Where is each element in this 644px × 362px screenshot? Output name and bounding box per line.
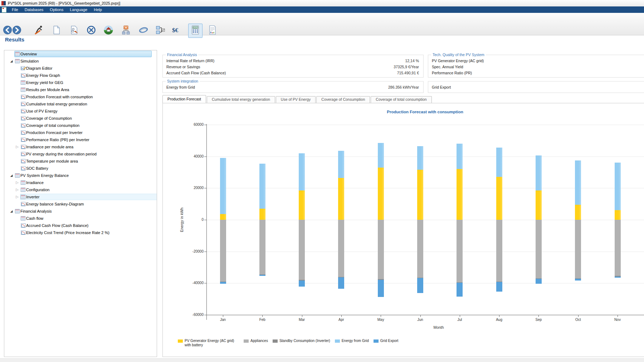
- system-diagram-button[interactable]: [120, 25, 132, 36]
- y-tick: [204, 315, 206, 315]
- bar-Jul-grid-export: [457, 283, 463, 297]
- menu-language[interactable]: Language: [67, 6, 91, 13]
- cable-loop-button[interactable]: [138, 25, 149, 36]
- tree-item-temperature-per-module-area[interactable]: Temperature per module area: [4, 158, 157, 164]
- menu-file[interactable]: File: [9, 6, 21, 13]
- bar-Jul-pv-generator-energy-ac-grid-with-battery: [457, 169, 463, 220]
- tab-production-forecast[interactable]: Production Forecast: [162, 95, 206, 103]
- tree-item-label: Results per Module Area: [26, 86, 69, 93]
- tree-item-accrued-cash-flow-cash-balance[interactable]: Accrued Cash Flow (Cash Balance): [4, 222, 157, 229]
- table-icon: [15, 59, 20, 64]
- simulation-button[interactable]: 5234: [188, 24, 203, 38]
- menu-options[interactable]: Options: [47, 6, 67, 13]
- chart-plot-area: 6000040000200000-20000-40000-60000JanFeb…: [206, 125, 644, 315]
- y-tick: [204, 188, 206, 188]
- report-button[interactable]: [207, 25, 218, 36]
- bar-Mar-appliances: [299, 220, 305, 280]
- tab-coverage-of-consumption[interactable]: Coverage of Consumption: [316, 96, 370, 103]
- bar-Jul-appliances: [457, 220, 463, 282]
- bar-Jan-grid-export: [220, 282, 226, 283]
- x-tick: [262, 315, 263, 317]
- tree-item-financial-analysis[interactable]: ◢Financial Analysis: [4, 208, 157, 214]
- x-tick: [460, 315, 460, 317]
- tree-item-production-forecast-with-consumption[interactable]: Production Forecast with consumption: [4, 94, 157, 100]
- tree-item-label: Energy balance Sankey-Diagram: [26, 201, 84, 207]
- bar-Mar-grid-export: [299, 281, 305, 287]
- tree-item-coverage-of-consumption[interactable]: Coverage of Consumption: [4, 115, 157, 122]
- legend-swatch: [178, 339, 183, 343]
- tech-quality-groupbox: Tech. Quality of the PV System PV Genera…: [428, 55, 644, 78]
- expander-collapsed-icon[interactable]: ▷: [15, 187, 19, 193]
- tree-item-results-per-module-area[interactable]: Results per Module Area: [4, 86, 157, 93]
- tree-item-label: Temperature per module area: [26, 158, 78, 164]
- tree-item-pv-system-energy-balance[interactable]: ◢PV System Energy Balance: [4, 172, 157, 179]
- y-tick-label: 40000: [186, 154, 204, 158]
- project-options-button[interactable]: [68, 25, 80, 36]
- tree-item-simulation[interactable]: ◢Simulation: [4, 58, 157, 64]
- menu-databases[interactable]: Databases: [21, 6, 47, 13]
- chart-editor-icon: [21, 66, 26, 71]
- tree-item-cumulative-total-energy-generation[interactable]: Cumulative total energy generation: [4, 101, 157, 107]
- bar-May-energy-from-grid: [378, 143, 384, 168]
- chart-icon: [21, 144, 26, 149]
- tree-item-performance-ratio-pr-per-inverter[interactable]: Performance Ratio (PR) per Inverter: [4, 137, 157, 143]
- tree-item-energy-flow-graph[interactable]: Energy Flow Graph: [4, 72, 157, 79]
- 3d-design-button[interactable]: [103, 25, 114, 36]
- chart-icon: [21, 137, 26, 142]
- chart-icon: [21, 116, 26, 121]
- bar-May-appliances: [378, 220, 384, 279]
- tree-item-label: Configuration: [26, 187, 49, 193]
- expander-expanded-icon[interactable]: ◢: [9, 58, 14, 64]
- x-tick: [223, 315, 223, 317]
- bar-Jun-pv-generator-energy-ac-grid-with-battery: [417, 170, 423, 220]
- tree-item-energy-balance-sankey-diagram[interactable]: Energy balance Sankey-Diagram: [4, 201, 157, 207]
- tree-item-coverage-of-total-consumption[interactable]: Coverage of total consumption: [4, 122, 157, 129]
- tree-item-diagram-editor[interactable]: Diagram Editor: [4, 65, 157, 71]
- forward-button[interactable]: [11, 25, 23, 36]
- project-wizard-button[interactable]: [33, 25, 45, 36]
- bar-Jun-grid-export: [417, 278, 423, 293]
- tree-item-electricity-cost-trend-price-increase-rate-2[interactable]: Electricity Cost Trend (Price Increase R…: [4, 229, 157, 236]
- tree-item-energy-yield-for-geg[interactable]: Energy yield for GEG: [4, 79, 157, 86]
- expander-expanded-icon[interactable]: ◢: [9, 172, 14, 179]
- financial-row: Revenue or Savings37325,9 €/Year: [166, 65, 419, 70]
- tree-item-label: Electricity Cost Trend (Price Increase R…: [26, 229, 109, 236]
- groupbox-title: Tech. Quality of the PV System: [431, 53, 486, 57]
- tariffs-button[interactable]: $€: [172, 25, 184, 36]
- row-value: 12,14 %: [405, 59, 419, 63]
- tree-item-soc-battery[interactable]: SOC Battery: [4, 165, 157, 172]
- bar-Feb-appliances: [259, 220, 265, 274]
- tree-item-label: Energy yield for GEG: [26, 79, 63, 86]
- tab-cumulative-total-energy-generation[interactable]: Cumulative total energy generation: [207, 96, 275, 103]
- expander-collapsed-icon[interactable]: ▷: [15, 179, 19, 186]
- expander-expanded-icon[interactable]: ◢: [9, 208, 14, 214]
- expander-collapsed-icon[interactable]: ▷: [15, 194, 19, 200]
- menu-help[interactable]: Help: [91, 6, 105, 13]
- tree-item-pv-energy-during-the-observation-period[interactable]: PV energy during the observation period: [4, 151, 157, 157]
- bar-May-pv-generator-energy-ac-grid-with-battery: [378, 168, 384, 220]
- system-diagram-icon: [121, 25, 131, 36]
- table-icon: [21, 80, 26, 85]
- circuit-plan-button[interactable]: [155, 25, 166, 36]
- tab-coverage-of-total-consumption[interactable]: Coverage of total consumption: [371, 96, 431, 103]
- tree-item-overview[interactable]: Overview: [4, 51, 157, 57]
- tree-item-irradiance-per-module-area[interactable]: ▷Irradiance per module area: [4, 144, 157, 150]
- table-icon: [15, 173, 20, 178]
- close-project-button[interactable]: [86, 25, 97, 36]
- tree-item-cash-flow[interactable]: Cash flow: [4, 215, 157, 222]
- tree-item-label: Cumulative total energy generation: [26, 101, 87, 107]
- expander-collapsed-icon[interactable]: ▷: [15, 144, 19, 150]
- tree-item-configuration[interactable]: ▷Configuration: [4, 187, 157, 193]
- legend-swatch: [273, 339, 278, 343]
- x-tick: [618, 315, 618, 317]
- tree-item-inverter[interactable]: ▷Inverter: [4, 194, 157, 200]
- tree-item-production-forecast-per-inverter[interactable]: Production Forecast per Inverter: [4, 129, 157, 136]
- tree-item-irradiance[interactable]: ▷Irradiance: [4, 179, 157, 186]
- tree-item-use-of-pv-energy[interactable]: Use of PV Energy: [4, 108, 157, 114]
- row-label: Grid Export: [432, 85, 451, 89]
- window-title: PV*SOL premium 2025 (R8) - [PVSOL_Gewerb…: [8, 1, 120, 5]
- tab-use-of-pv-energy[interactable]: Use of PV Energy: [276, 96, 316, 103]
- bar-Nov-appliances: [615, 220, 621, 276]
- new-project-button[interactable]: [51, 25, 62, 36]
- bar-Sep-energy-from-grid: [536, 155, 542, 190]
